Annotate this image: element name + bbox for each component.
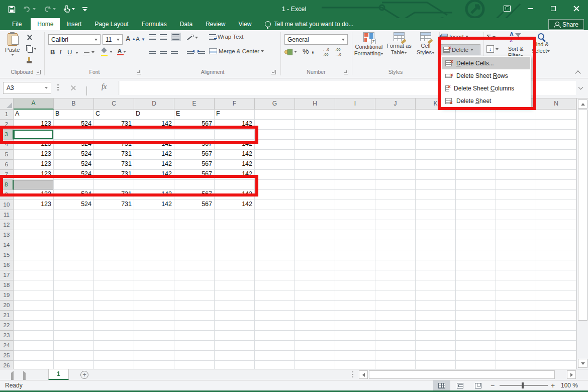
cell-G19[interactable] bbox=[255, 290, 295, 301]
column-header-F[interactable]: F bbox=[215, 99, 255, 110]
cell-B23[interactable] bbox=[54, 331, 94, 341]
cell-J26[interactable] bbox=[375, 361, 416, 369]
cell-I18[interactable] bbox=[335, 280, 375, 290]
fill-button[interactable]: ↓ bbox=[486, 45, 499, 53]
cell-J4[interactable] bbox=[375, 140, 416, 150]
cell-D24[interactable] bbox=[134, 341, 174, 351]
cell-J2[interactable] bbox=[375, 120, 416, 130]
cell-G17[interactable] bbox=[255, 270, 295, 280]
cell-F9[interactable]: 142 bbox=[215, 190, 255, 200]
cell-D13[interactable] bbox=[134, 230, 174, 240]
cell-M2[interactable] bbox=[496, 120, 536, 130]
cell-A3[interactable] bbox=[14, 130, 54, 140]
cell-E15[interactable] bbox=[174, 250, 215, 260]
cell-H24[interactable] bbox=[295, 341, 335, 351]
cell-B1[interactable]: B bbox=[54, 110, 94, 120]
paste-dropdown-icon[interactable] bbox=[11, 54, 14, 56]
cell-F25[interactable] bbox=[215, 351, 255, 361]
cell-N13[interactable] bbox=[536, 230, 576, 240]
cell-G20[interactable] bbox=[255, 301, 295, 311]
cell-K21[interactable] bbox=[416, 311, 456, 321]
cell-F24[interactable] bbox=[215, 341, 255, 351]
cell-F1[interactable]: F bbox=[215, 110, 255, 120]
cell-L11[interactable] bbox=[456, 210, 496, 220]
cell-J18[interactable] bbox=[375, 280, 416, 290]
cell-C9[interactable]: 731 bbox=[94, 190, 134, 200]
cell-F14[interactable] bbox=[215, 240, 255, 250]
cell-C26[interactable] bbox=[94, 361, 134, 369]
row-header-15[interactable]: 15 bbox=[0, 250, 14, 260]
column-header-B[interactable]: B bbox=[54, 99, 94, 110]
cell-J15[interactable] bbox=[375, 250, 416, 260]
cell-I14[interactable] bbox=[335, 240, 375, 250]
tab-home[interactable]: Home bbox=[31, 18, 60, 30]
cell-H11[interactable] bbox=[295, 210, 335, 220]
align-right-button[interactable] bbox=[171, 49, 178, 54]
cell-M8[interactable] bbox=[496, 180, 536, 190]
cell-H6[interactable] bbox=[295, 160, 335, 170]
cell-B24[interactable] bbox=[54, 341, 94, 351]
font-name-dropdown-icon[interactable] bbox=[94, 39, 97, 41]
cell-G22[interactable] bbox=[255, 321, 295, 331]
cell-J5[interactable] bbox=[375, 150, 416, 160]
cell-A22[interactable] bbox=[14, 321, 54, 331]
cell-I4[interactable] bbox=[335, 140, 375, 150]
cell-N17[interactable] bbox=[536, 270, 576, 280]
row-header-4[interactable]: 4 bbox=[0, 140, 14, 150]
cell-E19[interactable] bbox=[174, 290, 215, 301]
cell-C14[interactable] bbox=[94, 240, 134, 250]
cell-H7[interactable] bbox=[295, 170, 335, 180]
cut-button[interactable] bbox=[26, 34, 33, 41]
cell-L13[interactable] bbox=[456, 230, 496, 240]
cell-I10[interactable] bbox=[335, 200, 375, 210]
cell-E12[interactable] bbox=[174, 220, 215, 230]
cell-H1[interactable] bbox=[295, 110, 335, 120]
cell-H18[interactable] bbox=[295, 280, 335, 290]
cell-J8[interactable] bbox=[375, 180, 416, 190]
row-header-9[interactable]: 9 bbox=[0, 190, 14, 200]
cell-J23[interactable] bbox=[375, 331, 416, 341]
row-header-26[interactable]: 26 bbox=[0, 361, 14, 369]
cell-C15[interactable] bbox=[94, 250, 134, 260]
cell-F21[interactable] bbox=[215, 311, 255, 321]
cell-L16[interactable] bbox=[456, 260, 496, 270]
column-header-D[interactable]: D bbox=[134, 99, 174, 110]
cell-K12[interactable] bbox=[416, 220, 456, 230]
decrease-indent-button[interactable] bbox=[187, 49, 194, 54]
cell-L25[interactable] bbox=[456, 351, 496, 361]
cell-B6[interactable]: 524 bbox=[54, 160, 94, 170]
cell-G14[interactable] bbox=[255, 240, 295, 250]
cell-L8[interactable] bbox=[456, 180, 496, 190]
fill-dropdown-icon[interactable] bbox=[496, 48, 499, 50]
find-select-dropdown-icon[interactable] bbox=[547, 50, 550, 52]
tab-view[interactable]: View bbox=[232, 18, 258, 30]
cell-B17[interactable] bbox=[54, 270, 94, 280]
cell-A15[interactable] bbox=[14, 250, 54, 260]
cell-J19[interactable] bbox=[375, 290, 416, 301]
cell-J25[interactable] bbox=[375, 351, 416, 361]
cell-F23[interactable] bbox=[215, 331, 255, 341]
cell-C20[interactable] bbox=[94, 301, 134, 311]
cell-D6[interactable]: 142 bbox=[134, 160, 174, 170]
align-left-button[interactable] bbox=[149, 49, 156, 54]
cell-E3[interactable] bbox=[174, 130, 215, 140]
cell-C17[interactable] bbox=[94, 270, 134, 280]
borders-dropdown-icon[interactable] bbox=[91, 51, 94, 53]
cell-M12[interactable] bbox=[496, 220, 536, 230]
cell-A7[interactable]: 123 bbox=[14, 170, 54, 180]
row-header-3[interactable]: 3 bbox=[0, 130, 14, 140]
cell-M11[interactable] bbox=[496, 210, 536, 220]
cell-C13[interactable] bbox=[94, 230, 134, 240]
cell-B3[interactable] bbox=[54, 130, 94, 140]
zoom-slider-track[interactable] bbox=[500, 385, 548, 386]
row-header-2[interactable]: 2 bbox=[0, 120, 14, 130]
sheet-tab-1[interactable]: 1 bbox=[48, 369, 69, 380]
cell-N3[interactable] bbox=[536, 130, 576, 140]
underline-button[interactable]: U bbox=[67, 48, 72, 56]
cell-I23[interactable] bbox=[335, 331, 375, 341]
conditional-formatting-dropdown-icon[interactable] bbox=[380, 53, 383, 55]
scroll-down-button[interactable] bbox=[578, 359, 587, 368]
cell-D25[interactable] bbox=[134, 351, 174, 361]
font-color-dropdown-icon[interactable] bbox=[123, 51, 126, 53]
row-header-8[interactable]: 8 bbox=[0, 180, 14, 190]
